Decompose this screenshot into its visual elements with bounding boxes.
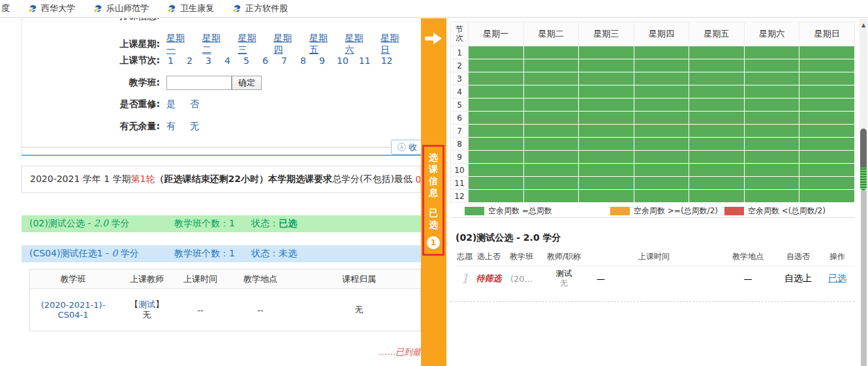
group1-status: 已选: [279, 218, 297, 228]
notice-min-credit: 0: [415, 174, 421, 185]
capacity-option-none[interactable]: 无: [190, 121, 199, 132]
schedule-slot: [579, 138, 634, 151]
confirm-button[interactable]: 确定: [232, 76, 262, 90]
schedule-row: 7: [450, 125, 855, 138]
period-number: 4: [450, 85, 469, 99]
scrollbar-track-top[interactable]: [860, 18, 867, 129]
scrollbar-grip[interactable]: [860, 168, 867, 191]
weekday-link[interactable]: 星期四: [273, 33, 299, 56]
scrollbar-track-bottom[interactable]: [861, 191, 867, 366]
collapse-arrow-icon: ∧: [397, 143, 406, 151]
schedule-slot: [689, 46, 745, 59]
bookmark-item[interactable]: 乐山师范学: [93, 3, 149, 14]
weekday-link[interactable]: 星期五: [309, 33, 335, 56]
filter-row-class: 教学班: 确定: [22, 76, 416, 90]
selected-count-badge: 1: [427, 236, 440, 249]
notice-term: 2020-2021 学年 1 学期: [30, 174, 131, 185]
schedule-slot: [799, 125, 855, 138]
schedule-slot: [689, 112, 745, 125]
schedule-slot: [634, 164, 690, 177]
schedule-row: 2: [450, 59, 855, 72]
teacher-name-link[interactable]: 测试: [138, 299, 155, 309]
schedule-slot: [689, 164, 745, 177]
bookmark-item[interactable]: 西华大学: [27, 3, 75, 14]
bookmark-label: 正方软件股: [245, 3, 288, 14]
period-link[interactable]: 12: [381, 55, 393, 66]
period-link[interactable]: 1: [166, 55, 175, 66]
schedule-slot: [524, 151, 580, 164]
period-number: 5: [450, 99, 469, 112]
selected-course-row: 1 待筛选 (20... 测试 无 — — 自选上 已选: [456, 262, 855, 295]
cell-place: --: [223, 305, 298, 315]
weekday-link[interactable]: 星期日: [380, 33, 406, 56]
period-number: 6: [450, 112, 469, 125]
class-label: 教学班:: [22, 77, 160, 89]
schedule-slot: [634, 190, 690, 203]
notice-requirement-rest: 总学分(不包括)最低: [332, 174, 412, 185]
teacher2-title: 无: [539, 279, 589, 288]
period-link[interactable]: 2: [185, 55, 194, 66]
course-group-selected[interactable]: (02)测试公选 - 2.0 学分 教学班个数：1 状态：已选: [22, 215, 421, 232]
weekday-link[interactable]: 星期六: [345, 33, 371, 56]
col-teacher: 上课教师: [116, 273, 178, 285]
group2-title: (CS04)测试任选1 -: [29, 248, 112, 258]
legend-label: 空余周数 >=(总周数/2): [634, 206, 718, 217]
period-link[interactable]: 6: [261, 55, 270, 66]
schedule-slot: [579, 59, 634, 72]
scrollbar-up-icon[interactable]: ▲: [859, 20, 868, 31]
bookmark-item[interactable]: 度: [1, 3, 10, 14]
schedule-slot: [579, 85, 634, 99]
schedule-slot: [524, 72, 580, 85]
schedule-slot: [689, 177, 745, 190]
schedule-slot: [524, 190, 580, 203]
group1-status-label: 状态：: [251, 218, 279, 228]
period-link[interactable]: 7: [280, 55, 288, 66]
weekday-link[interactable]: 星期二: [202, 33, 228, 56]
schedule-slot: [799, 72, 855, 85]
schedule-row: 1: [450, 46, 855, 59]
panel-divider-blue: [22, 155, 421, 156]
schedule-slot: [689, 190, 745, 203]
class-search-input[interactable]: [166, 76, 232, 90]
schedule-slot: [579, 190, 634, 203]
period-link[interactable]: 10: [337, 55, 349, 66]
col-chosen: 选上否: [474, 251, 504, 262]
course-group-unselected[interactable]: (CS04)测试任选1 - 0 学分 教学班个数：1 状态：未选: [22, 245, 421, 262]
period-corner-header: 节次: [450, 22, 469, 46]
schedule-slot: [579, 112, 634, 125]
wish-number: 1: [461, 271, 469, 286]
period-link[interactable]: 5: [242, 55, 251, 66]
retake-option-no[interactable]: 否: [190, 99, 199, 110]
scrollbar-thumb[interactable]: [860, 129, 867, 191]
bookmark-item[interactable]: 正方软件股: [232, 3, 288, 14]
selection-info-tab[interactable]: 选 课 信 息 已 选 1: [422, 145, 444, 256]
schedule-slot: [469, 190, 524, 203]
tab-char: 选: [429, 151, 438, 163]
period-link[interactable]: 11: [359, 55, 371, 66]
schedule-slot: [634, 177, 690, 190]
capacity-option-has[interactable]: 有: [166, 121, 176, 132]
class-name-link[interactable]: (2020-2021-1)-CS04-1: [41, 300, 106, 320]
period-link[interactable]: 4: [223, 55, 232, 66]
schedule-slot: [524, 99, 580, 112]
weekday-link[interactable]: 星期三: [238, 33, 263, 56]
legend-label: 空余周数 =总周数: [488, 206, 552, 217]
schedule-slot: [745, 59, 800, 72]
tab-char: 信: [429, 175, 438, 187]
period-link[interactable]: 3: [204, 55, 213, 66]
filter-row-capacity: 有无余量: 有 无: [22, 121, 416, 132]
schedule-slot: [469, 72, 524, 85]
schedule-slot: [634, 72, 690, 85]
retake-option-yes[interactable]: 是: [166, 99, 176, 110]
collapse-filter-tab[interactable]: ∧ 收: [391, 140, 424, 155]
bookmark-item[interactable]: 卫生康复: [166, 3, 214, 14]
period-links: 123456789101112: [166, 55, 403, 66]
period-link[interactable]: 9: [318, 55, 326, 66]
schedule-slot: [745, 151, 800, 164]
weekday-link[interactable]: 星期一: [166, 33, 192, 56]
legend-item: 空余周数 >=(总周数/2): [610, 206, 718, 217]
expand-arrow-icon[interactable]: [424, 31, 442, 46]
selected-action-link[interactable]: 已选: [828, 273, 846, 283]
period-link[interactable]: 8: [299, 55, 307, 66]
schedule-row: 12: [450, 190, 855, 203]
